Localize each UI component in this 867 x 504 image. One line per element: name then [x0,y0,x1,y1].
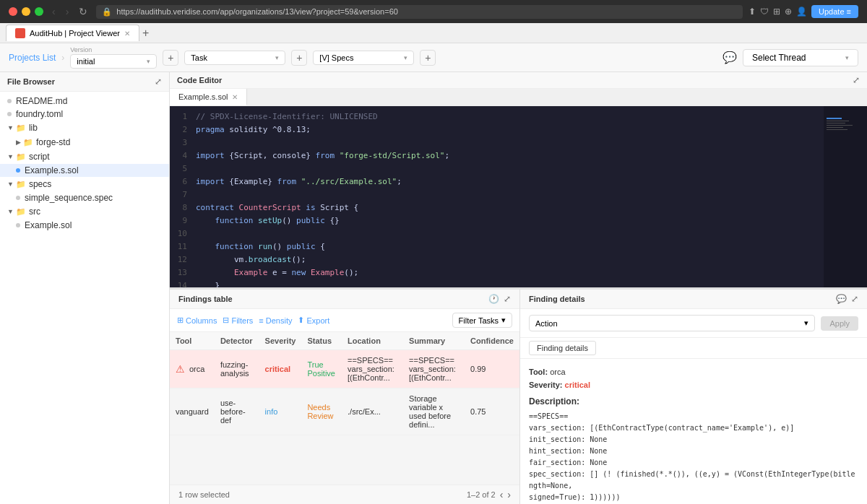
finding-details-tab[interactable]: Finding details [529,341,596,355]
findings-title: Findings table [178,295,233,303]
table-row-2[interactable]: vanguard use-before-def info Needs Revie… [170,388,519,435]
add-version-button[interactable]: + [163,50,178,66]
specs-dropdown-arrow: ▾ [404,54,407,61]
findings-left-panel: Findings table 🕐 ⤢ ⊞ Columns ⊟ Filters [170,290,520,504]
code-tab-close-icon[interactable]: ✕ [232,93,238,101]
prev-page-button[interactable]: ‹ [500,489,504,500]
density-button[interactable]: ≡ Density [259,316,292,325]
findings-section: Findings table 🕐 ⤢ ⊞ Columns ⊟ Filters [170,288,867,504]
folder-icon: 📁 [23,138,33,147]
code-line-7: 7 [170,190,867,203]
update-button[interactable]: Update ≡ [811,5,858,18]
history-button[interactable]: 🕐 [488,294,499,304]
expand-code-button[interactable]: ⤢ [853,75,860,85]
tool-detail-value: orca [550,368,565,376]
cell-severity-1: critical [259,350,302,388]
findings-table: Tool Detector Severity Status Location S… [170,332,519,435]
next-page-button[interactable]: › [507,489,511,500]
expand-file-browser-button[interactable]: ⤢ [155,77,162,87]
file-dot-icon [16,196,20,200]
code-tab-example[interactable]: Example.s.sol ✕ [170,89,247,105]
file-tree: README.md foundry.toml ▼ 📁 lib ▶ 📁 forge… [0,92,169,504]
close-window-button[interactable] [9,7,17,16]
code-line-4: 4 import {Script, console} from "forge-s… [170,151,867,164]
file-item-foundry[interactable]: foundry.toml [0,108,169,121]
folder-src[interactable]: ▼ 📁 src [0,204,169,219]
folder-icon: 📁 [16,180,26,189]
main-layout: File Browser ⤢ README.md foundry.toml ▼ … [0,72,867,504]
code-minimap [824,106,867,287]
file-browser-title: File Browser [7,77,55,86]
code-line-11: 11 function run() public { [170,242,867,255]
new-tab-button[interactable]: + [142,27,149,40]
share-button[interactable]: ⬆ [749,6,756,17]
expand-findings-button[interactable]: ⤢ [504,294,511,304]
file-name-example-sol: Example.sol [25,220,72,230]
specs-dropdown[interactable]: [V] Specs ▾ [313,51,414,65]
version-label: Version [70,46,157,53]
alert-icon: ⚠ [176,363,185,375]
action-placeholder: Action [535,319,558,328]
export-button[interactable]: ⬆ Export [298,316,329,325]
forward-button[interactable]: › [63,4,72,19]
folder-forge-std[interactable]: ▶ 📁 forge-std [0,135,169,149]
sidebar-toggle-button[interactable]: ⊞ [773,6,780,17]
version-dropdown[interactable]: initial ▾ [70,54,157,69]
projects-list-link[interactable]: Projects List [9,53,56,63]
findings-footer: 1 row selected 1–2 of 2 ‹ › [170,485,519,504]
task-dropdown[interactable]: Task ▾ [184,51,285,65]
table-header: Tool Detector Severity Status Location S… [170,332,519,350]
filters-button[interactable]: ⊟ Filters [223,316,253,325]
code-line-6: 6 import {Example} from "../src/Example.… [170,177,867,190]
file-name-foundry: foundry.toml [16,109,63,119]
browser-chrome: ‹ › ↻ 🔒 https://audithub.veridise.com/ap… [0,0,867,23]
columns-button[interactable]: ⊞ Columns [177,316,217,325]
apply-button[interactable]: Apply [821,316,858,331]
maximize-window-button[interactable] [35,7,43,16]
comment-button[interactable]: 💬 [722,51,737,64]
code-line-2: 2 pragma solidity ^0.8.13; [170,125,867,138]
address-bar[interactable]: 🔒 https://audithub.veridise.com/app/orga… [96,5,743,19]
file-item-example-s-sol[interactable]: Example.s.sol [0,164,169,177]
cell-status-2: Needs Review [301,388,342,435]
active-tab[interactable]: AuditHub | Project Viewer ✕ [6,25,139,41]
filter-tasks-button[interactable]: Filter Tasks ▾ [452,313,512,328]
refresh-button[interactable]: ↻ [76,4,90,19]
version-dropdown-arrow: ▾ [147,58,150,65]
browser-actions: ⬆ 🛡 ⊞ ⊕ 👤 Update ≡ [749,5,858,18]
cell-summary-2: Storage variable x used before defini... [403,388,465,435]
file-item-readme[interactable]: README.md [0,95,169,108]
folder-name-script: script [29,152,50,162]
findings-table-container[interactable]: Tool Detector Severity Status Location S… [170,332,519,485]
code-line-14: 14 } [170,281,867,287]
minimize-window-button[interactable] [22,7,30,16]
folder-script[interactable]: ▼ 📁 script [0,149,169,164]
shield-button[interactable]: 🛡 [760,6,769,17]
back-button[interactable]: ‹ [49,4,59,19]
specs-value: [V] Specs [319,53,353,62]
col-status: Status [301,332,342,350]
severity-detail-row: Severity: critical [529,381,858,389]
expand-details-button[interactable]: ⤢ [851,294,858,304]
file-item-spec[interactable]: simple_sequence.spec [0,191,169,204]
browser-window-controls [9,7,43,16]
add-specs-button[interactable]: + [420,50,436,66]
profile-button[interactable]: 👤 [796,6,807,17]
tab-close-icon[interactable]: ✕ [124,30,130,38]
folder-icon: 📁 [16,207,26,217]
code-content[interactable]: 1 // SPDX-License-Identifier: UNLICENSED… [170,106,867,287]
version-value: initial [77,57,95,66]
comment-details-button[interactable]: 💬 [836,294,847,304]
code-line-13: 13 Example e = new Example(); [170,268,867,281]
tab-title: AuditHub | Project Viewer [30,29,120,38]
extensions-button[interactable]: ⊕ [785,6,792,17]
select-thread-dropdown[interactable]: Select Thread ▾ [743,49,858,66]
table-row-1[interactable]: ⚠ orca fuzzing-analysis critical True Po… [170,350,519,388]
folder-lib[interactable]: ▼ 📁 lib [0,121,169,135]
col-tool: Tool [170,332,215,350]
add-task-button[interactable]: + [291,50,307,66]
action-dropdown[interactable]: Action ▾ [529,315,815,331]
file-item-example-sol[interactable]: Example.sol [0,219,169,232]
folder-specs[interactable]: ▼ 📁 specs [0,177,169,191]
finding-content: Tool: orca Severity: critical Descriptio… [520,359,867,504]
